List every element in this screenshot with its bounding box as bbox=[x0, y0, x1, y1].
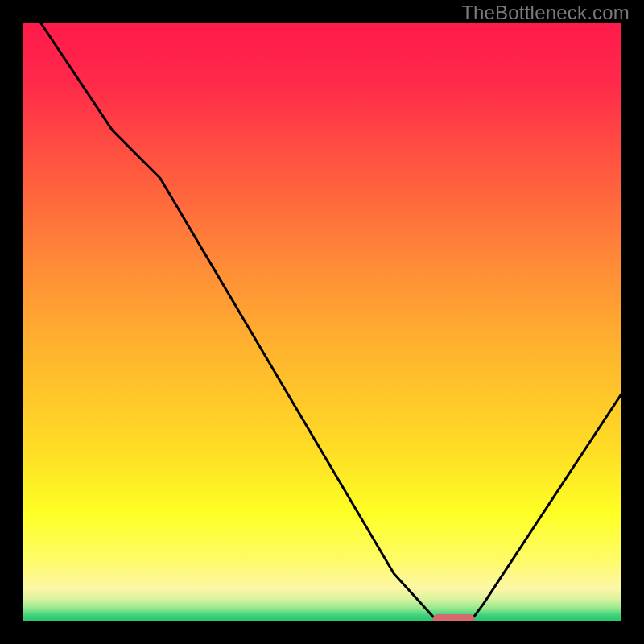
bottleneck-chart bbox=[23, 23, 621, 621]
watermark-text: TheBottleneck.com bbox=[461, 2, 630, 24]
optimal-marker bbox=[433, 614, 475, 621]
chart-frame: TheBottleneck.com bbox=[0, 0, 644, 644]
